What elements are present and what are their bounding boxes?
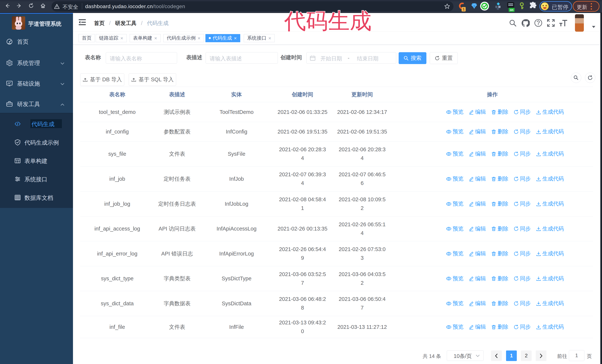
svg-text:on: on [510,8,514,11]
svg-text:代码生成: 代码生成 [284,9,372,33]
svg-text:1: 1 [463,7,464,11]
